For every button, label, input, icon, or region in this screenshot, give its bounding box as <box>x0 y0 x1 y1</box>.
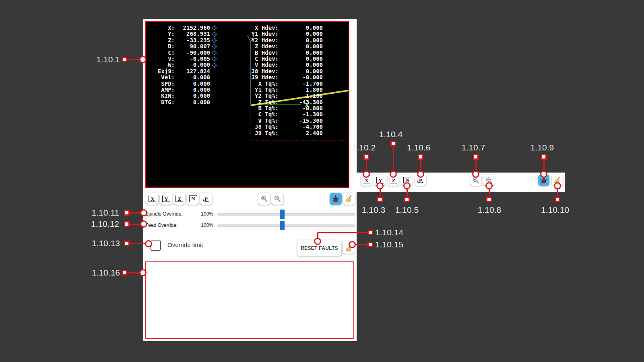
dro-value: 2.400 <box>279 130 323 136</box>
callout-label: 1.10.10 <box>541 205 569 215</box>
view-x-button[interactable]: X <box>146 193 158 205</box>
callout-square-marker <box>473 154 479 160</box>
dro-value: -0.000 <box>279 74 323 80</box>
callout-label: 1.10.12 <box>91 219 119 229</box>
dro-row: X:2152.960 <box>151 25 218 31</box>
dro-row: Y1 Tq%:1.800 <box>245 87 323 93</box>
dro-label: X Tq%: <box>245 81 279 87</box>
callout-label: 1.10.13 <box>92 239 120 248</box>
spindle-override-row: Spindle Override: 100% <box>143 210 357 219</box>
dro-row: C Hdev:0.000 <box>245 56 323 62</box>
callout-circle-marker <box>314 238 321 245</box>
view-z2-button[interactable]: N <box>187 193 199 205</box>
callout-circle-marker <box>140 209 147 216</box>
callout-label: 1.10.4 <box>379 130 402 139</box>
override-limit-checkbox[interactable] <box>151 241 161 251</box>
dro-value: 1.100 <box>279 93 323 99</box>
dro-row: V Tq%:-15.300 <box>245 118 323 124</box>
dro-row: J9 Tq%:2.400 <box>245 130 323 136</box>
feed-override-slider[interactable] <box>217 224 355 227</box>
dro-label: C Hdev: <box>245 56 279 62</box>
callout-square-marker <box>367 242 373 247</box>
dro-value: -1.300 <box>279 111 323 117</box>
dro-label: Y2 Tq%: <box>245 93 279 99</box>
dro-row: J8 Tq%:-4.700 <box>245 124 323 130</box>
dro-row: Vel:0.000 <box>151 74 218 80</box>
dro-row: Y2 Tq%:1.100 <box>245 93 323 99</box>
callout-square-marker <box>404 197 410 202</box>
callout-label: 1.10.15 <box>375 240 403 249</box>
callout-square-marker <box>390 141 396 146</box>
callout-square-marker <box>124 221 130 227</box>
feed-override-handle[interactable] <box>280 221 285 230</box>
axis-marker-slot <box>210 56 218 62</box>
dro-label: Y2 Hdev: <box>245 37 279 43</box>
dro-value: 0.000 <box>279 31 323 37</box>
dro-row: Y1 Hdev:0.000 <box>245 31 323 37</box>
dro-value: 0.000 <box>279 50 323 56</box>
axis-marker-icon <box>211 50 217 56</box>
dro-label: Z Tq%: <box>245 99 279 105</box>
dro-value: 268.931 <box>175 31 210 37</box>
dro-value: -0.005 <box>175 56 210 62</box>
dro-label: Z: <box>151 37 175 43</box>
perspective-view-icon: P <box>202 195 210 203</box>
callout-circle-marker <box>139 56 147 63</box>
callout-circle-marker <box>139 269 147 276</box>
dro-label: C: <box>151 50 175 56</box>
spindle-override-handle[interactable] <box>280 210 285 219</box>
dro-row: AMP:0.000 <box>151 87 218 93</box>
dro-label: B Tq%: <box>245 105 279 111</box>
zoom-out-button[interactable] <box>271 193 283 205</box>
dro-value: 0.000 <box>175 81 210 87</box>
dro-label: V Tq%: <box>245 118 279 124</box>
callout-line <box>356 244 367 245</box>
dro-row: Z:-33.235 <box>151 37 218 43</box>
dro-value: 1.800 <box>279 87 323 93</box>
dro-value: 0.000 <box>175 99 210 105</box>
message-display-area <box>145 261 354 339</box>
callout-line <box>318 232 367 233</box>
dro-value: 0.000 <box>175 93 210 99</box>
callout-label: 1.10.1 <box>97 55 120 64</box>
dro-value: 0.000 <box>279 25 323 31</box>
view-z-button[interactable]: Z <box>173 193 185 205</box>
axis-marker-icon <box>211 37 217 43</box>
axis-marker-slot <box>210 62 218 68</box>
axis-marker-slot <box>210 31 218 37</box>
feed-override-row: Feed Override: 100% <box>143 221 357 230</box>
clear-plot-button[interactable] <box>343 193 355 205</box>
dro-label: V: <box>151 56 175 62</box>
dro-label: DTG: <box>151 99 175 105</box>
callout-square-marker <box>418 154 423 160</box>
dro-label: Y1 Tq%: <box>245 87 279 93</box>
axis-marker-icon <box>211 31 217 37</box>
dro-value: 0.000 <box>279 62 323 68</box>
view-p-button[interactable]: P <box>200 193 212 205</box>
dro-row: V Hdev:0.000 <box>245 62 323 68</box>
callout-line <box>127 59 140 60</box>
override-limit-label: Override limit <box>167 241 203 248</box>
dro-label: Exj9: <box>151 68 175 74</box>
dro-label: J8 Tq%: <box>245 124 279 130</box>
spindle-override-slider[interactable] <box>217 213 355 216</box>
dro-row: J9 Hdev:-0.000 <box>245 74 323 80</box>
axis-z-icon: Z <box>390 177 397 183</box>
view-y-button[interactable]: Y <box>160 193 172 205</box>
callout-square-marker <box>555 197 560 202</box>
spindle-override-label: Spindle Override: <box>145 211 183 217</box>
dro-value: 0.000 <box>279 43 323 49</box>
dro-value: 90.007 <box>175 43 210 49</box>
callout-label: 1.10.2 <box>352 143 376 152</box>
zoom-in-button[interactable] <box>258 193 270 205</box>
toolbar-zoom-inset: XYZNP <box>356 173 565 192</box>
dro-value: -4.700 <box>279 124 323 130</box>
dro-label: Z Hdev: <box>245 43 279 49</box>
dro-row: C Tq%:-1.300 <box>245 111 323 117</box>
feed-override-value: 100% <box>191 222 213 228</box>
callout-square-marker <box>377 197 383 202</box>
show-tool-button[interactable] <box>330 193 342 205</box>
callout-square-marker <box>541 154 547 160</box>
callout-label: 1.10.11 <box>91 208 119 218</box>
dro-row: KIN:0.000 <box>151 93 218 99</box>
